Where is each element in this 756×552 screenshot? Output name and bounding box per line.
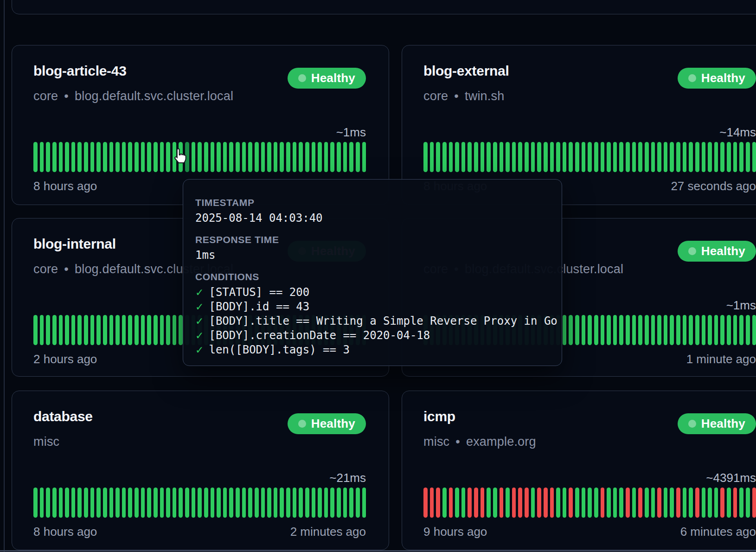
uptime-bar-failure[interactable] <box>518 488 522 518</box>
uptime-bar-success[interactable] <box>638 142 642 172</box>
uptime-bar-success[interactable] <box>128 315 132 345</box>
uptime-bar-failure[interactable] <box>525 488 529 518</box>
uptime-bar-success[interactable] <box>141 315 145 345</box>
uptime-bar-success[interactable] <box>154 142 158 172</box>
uptime-bar-success[interactable] <box>160 142 164 172</box>
uptime-bar-success[interactable] <box>563 142 567 172</box>
uptime-bar-success[interactable] <box>613 315 617 345</box>
uptime-bar-success[interactable] <box>267 142 271 172</box>
uptime-bar-success[interactable] <box>248 488 252 518</box>
uptime-bar-failure[interactable] <box>550 488 554 518</box>
uptime-bar-success[interactable] <box>166 315 170 345</box>
uptime-bar-success[interactable] <box>166 488 170 518</box>
uptime-bar-success[interactable] <box>109 488 114 518</box>
uptime-bar-success[interactable] <box>160 488 164 518</box>
uptime-bar-success[interactable] <box>84 488 88 518</box>
uptime-bar-success[interactable] <box>122 142 126 172</box>
uptime-bar-failure[interactable] <box>676 488 680 518</box>
uptime-bar-success[interactable] <box>109 315 114 345</box>
uptime-bar-success[interactable] <box>65 315 69 345</box>
uptime-bar-failure[interactable] <box>537 488 541 518</box>
uptime-bar-success[interactable] <box>362 142 366 172</box>
uptime-bar-success[interactable] <box>575 142 579 172</box>
uptime-bar-success[interactable] <box>714 142 718 172</box>
uptime-bar-success[interactable] <box>531 488 535 518</box>
uptime-bar-success[interactable] <box>676 315 680 345</box>
uptime-bar-success[interactable] <box>702 488 706 518</box>
uptime-bar-success[interactable] <box>59 488 63 518</box>
uptime-bar-success[interactable] <box>626 315 630 345</box>
uptime-bar-success[interactable] <box>487 488 491 518</box>
uptime-bar-success[interactable] <box>689 142 693 172</box>
uptime-bar-failure[interactable] <box>430 488 434 518</box>
uptime-bar-success[interactable] <box>664 488 668 518</box>
uptime-bar-success[interactable] <box>198 142 202 172</box>
uptime-bar-success[interactable] <box>71 315 76 345</box>
uptime-bar-success[interactable] <box>594 488 598 518</box>
uptime-bar-failure[interactable] <box>657 488 661 518</box>
uptime-bar-success[interactable] <box>739 315 743 345</box>
uptime-bar-failure[interactable] <box>423 488 428 518</box>
uptime-bar-success[interactable] <box>147 315 151 345</box>
uptime-bar-success[interactable] <box>493 488 497 518</box>
uptime-bar-success[interactable] <box>468 142 472 172</box>
uptime-bar-success[interactable] <box>720 142 724 172</box>
uptime-bar-success[interactable] <box>96 315 101 345</box>
uptime-bar-success[interactable] <box>223 488 227 518</box>
uptime-bar-success[interactable] <box>343 488 347 518</box>
uptime-bar-success[interactable] <box>563 315 567 345</box>
uptime-bar-failure[interactable] <box>695 488 699 518</box>
endpoint-card[interactable]: icmpmisc•example.orgHealthy~4391ms9 hour… <box>402 391 756 550</box>
uptime-bar-success[interactable] <box>128 142 132 172</box>
uptime-bar-success[interactable] <box>261 488 265 518</box>
uptime-bar-success[interactable] <box>141 142 145 172</box>
uptime-bar-success[interactable] <box>645 142 649 172</box>
uptime-bar-success[interactable] <box>122 315 126 345</box>
uptime-bar-success[interactable] <box>727 142 731 172</box>
uptime-bar-success[interactable] <box>242 142 246 172</box>
uptime-bar-success[interactable] <box>255 488 259 518</box>
uptime-bar-success[interactable] <box>280 142 284 172</box>
uptime-bar-success[interactable] <box>173 315 177 345</box>
uptime-bar-success[interactable] <box>714 315 718 345</box>
uptime-bar-success[interactable] <box>714 488 718 518</box>
uptime-bar-success[interactable] <box>90 142 95 172</box>
uptime-bar-success[interactable] <box>65 142 69 172</box>
uptime-bar-success[interactable] <box>500 142 504 172</box>
uptime-bar-success[interactable] <box>683 315 687 345</box>
uptime-bar-success[interactable] <box>657 315 661 345</box>
uptime-bar-success[interactable] <box>192 488 196 518</box>
uptime-bar-success[interactable] <box>702 142 706 172</box>
uptime-bar-success[interactable] <box>84 315 88 345</box>
uptime-bar-success[interactable] <box>77 142 82 172</box>
uptime-bar-success[interactable] <box>455 488 459 518</box>
uptime-bar-success[interactable] <box>71 488 76 518</box>
uptime-bar-success[interactable] <box>436 142 440 172</box>
uptime-bar-failure[interactable] <box>733 488 737 518</box>
uptime-bar-success[interactable] <box>619 315 623 345</box>
uptime-bar-success[interactable] <box>349 142 353 172</box>
uptime-bar-failure[interactable] <box>449 488 453 518</box>
uptime-bar-success[interactable] <box>544 142 548 172</box>
uptime-bar-success[interactable] <box>575 315 579 345</box>
uptime-bar-success[interactable] <box>676 142 680 172</box>
uptime-bar-success[interactable] <box>739 142 743 172</box>
uptime-bar-success[interactable] <box>305 488 309 518</box>
uptime-bar-success[interactable] <box>752 142 756 172</box>
uptime-bar-success[interactable] <box>40 488 44 518</box>
uptime-bar-success[interactable] <box>518 142 522 172</box>
uptime-bar-success[interactable] <box>103 488 107 518</box>
uptime-bar-success[interactable] <box>192 142 196 172</box>
uptime-bar-success[interactable] <box>613 488 617 518</box>
uptime-bar-success[interactable] <box>720 315 724 345</box>
uptime-bar-success[interactable] <box>695 315 699 345</box>
uptime-bar-success[interactable] <box>739 488 743 518</box>
uptime-bar-success[interactable] <box>330 488 334 518</box>
uptime-bar-success[interactable] <box>293 488 297 518</box>
uptime-bar-success[interactable] <box>211 488 215 518</box>
uptime-bar-success[interactable] <box>318 488 322 518</box>
uptime-bar-success[interactable] <box>46 142 50 172</box>
uptime-bar-success[interactable] <box>166 142 170 172</box>
uptime-bar-success[interactable] <box>670 488 674 518</box>
uptime-bar-failure[interactable] <box>720 488 724 518</box>
